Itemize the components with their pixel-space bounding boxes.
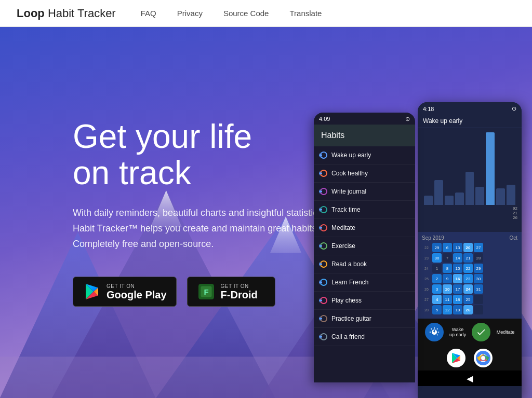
cal-cell: 25	[422, 274, 431, 283]
habit-item-read[interactable]: Read a book	[314, 255, 415, 273]
cal-cell: 28	[474, 253, 483, 263]
habit-dot-wake	[320, 152, 327, 159]
cal-row-7: 28 5 12 19 26	[422, 305, 517, 314]
calendar-month-oct: Oct	[509, 235, 517, 241]
cal-cell: 23	[422, 253, 431, 263]
habit-dot-cook	[320, 170, 327, 177]
bar-9	[507, 185, 515, 205]
header: Loop Habit Tracker FAQ Privacy Source Co…	[0, 0, 532, 27]
cal-row-3: 24 1 8 15 22 29	[422, 264, 517, 273]
cal-cell: 13	[453, 243, 462, 252]
habit-item-french[interactable]: Learn French	[314, 273, 415, 292]
nav-item-source[interactable]: Source Code	[223, 9, 269, 18]
bar-7	[486, 132, 495, 205]
cal-cell: 30	[432, 253, 442, 263]
habit-item-wake[interactable]: Wake up early	[314, 146, 415, 164]
phone-left-status-icon: ⊙	[405, 116, 410, 122]
cal-cell: 10	[443, 284, 452, 294]
play-store-icon[interactable]	[447, 349, 466, 367]
cal-row-5: 26 3 10 17 24 31	[422, 284, 517, 294]
cal-cell: 25	[463, 295, 473, 304]
cal-cell: 9	[443, 274, 452, 283]
back-arrow[interactable]: ◀	[467, 374, 473, 383]
phone-right-time: 4:18	[423, 106, 434, 112]
cal-row-2: 23 30 7 14 21 28	[422, 253, 517, 263]
habit-item-journal[interactable]: Write journal	[314, 183, 415, 201]
cal-cell: 19	[453, 305, 462, 314]
google-play-text: GET IT ON Google Play	[107, 283, 167, 300]
calendar-grid: Sep 2019 Oct 22 29 6 13 20 27 23 30 7	[418, 232, 522, 319]
fdroid-button[interactable]: F GET IT ON F-Droid	[187, 277, 275, 307]
cal-cell: 17	[453, 284, 462, 294]
cal-cell: 15	[453, 264, 462, 273]
cal-cell: 8	[443, 264, 452, 273]
cal-cell: 31	[474, 284, 483, 294]
nav-link-privacy[interactable]: Privacy	[177, 9, 203, 18]
nav-item-privacy[interactable]: Privacy	[177, 9, 203, 18]
phone-nav-bar: ◀	[418, 370, 522, 386]
google-play-icon	[83, 282, 101, 301]
habit-item-cook[interactable]: Cook healthy	[314, 164, 415, 183]
nav-link-faq[interactable]: FAQ	[141, 9, 156, 18]
cal-cell: 18	[453, 295, 462, 304]
wake-early-quick-btn[interactable]	[425, 323, 444, 341]
cal-cell: 4	[432, 295, 442, 304]
habits-title: Habits	[321, 131, 344, 140]
google-play-button[interactable]: GET IT ON Google Play	[73, 277, 177, 307]
habit-label-journal: Write journal	[331, 188, 366, 195]
bar-2	[434, 180, 443, 205]
habit-label-guitar: Practice guitar	[331, 315, 371, 322]
habit-label-cook: Cook healthy	[331, 170, 368, 177]
habit-label-meditate: Meditate	[331, 224, 355, 231]
phone-left-time: 4:09	[319, 116, 330, 122]
habit-dot-guitar	[320, 315, 327, 322]
cal-cell: 26	[463, 305, 473, 314]
hero-title-line1: Get your life	[73, 118, 252, 155]
cal-cell: 3	[432, 284, 442, 294]
fdroid-name: F-Droid	[221, 289, 258, 300]
nav-link-translate[interactable]: Translate	[289, 9, 322, 18]
cal-cell: 30	[474, 274, 483, 283]
cal-cell: 24	[463, 284, 473, 294]
chrome-icon[interactable]	[474, 349, 493, 367]
nav-link-source[interactable]: Source Code	[223, 9, 269, 18]
logo-rest: Habit Tracker	[45, 7, 116, 20]
habit-item-chess[interactable]: Play chess	[314, 292, 415, 310]
cal-cell: 22	[422, 243, 431, 252]
cal-cell: 6	[443, 243, 452, 252]
habit-dot-read	[320, 260, 327, 268]
meditate-quick-btn[interactable]	[472, 323, 490, 341]
cal-cell: 28	[422, 305, 431, 314]
habit-label-french: Learn French	[331, 279, 368, 286]
nav-item-faq[interactable]: FAQ	[141, 9, 156, 18]
habit-item-exercise[interactable]: Exercise	[314, 237, 415, 255]
cal-cell: 11	[443, 295, 452, 304]
cal-cell: 7	[443, 253, 452, 263]
habit-item-track[interactable]: Track time	[314, 201, 415, 219]
logo: Loop Habit Tracker	[17, 7, 116, 20]
bar-5	[466, 172, 474, 205]
phone-bottom-bar: Wake up early Meditate	[418, 319, 522, 346]
habit-item-guitar[interactable]: Practice guitar	[314, 310, 415, 328]
phone-habits-list: 4:09 ⊙ Habits Wake up early Cook healthy…	[314, 113, 415, 382]
bar-8	[496, 188, 505, 205]
cal-cell: 29	[474, 264, 483, 273]
cal-cell	[474, 305, 483, 314]
main-nav: FAQ Privacy Source Code Translate	[141, 9, 322, 18]
cal-cell: 14	[453, 253, 462, 263]
chart-bars	[422, 132, 517, 205]
cal-cell: 27	[422, 295, 431, 304]
habit-item-meditate[interactable]: Meditate	[314, 219, 415, 237]
chrome-logo	[476, 351, 490, 365]
phone-chart: 4:18 ⊙ Wake up early	[418, 102, 522, 398]
habit-label-track: Track time	[331, 206, 361, 213]
nav-item-translate[interactable]: Translate	[289, 9, 322, 18]
bar-6	[475, 187, 484, 205]
habit-item-friend[interactable]: Call a friend	[314, 328, 415, 346]
habit-dot-exercise	[320, 242, 327, 250]
cal-cell: 24	[422, 264, 431, 273]
cal-row-4: 25 2 9 16 23 30	[422, 274, 517, 283]
habit-dot-chess	[320, 297, 327, 304]
phone-right-icon: ⊙	[512, 105, 516, 112]
cal-cell: 26	[422, 284, 431, 294]
